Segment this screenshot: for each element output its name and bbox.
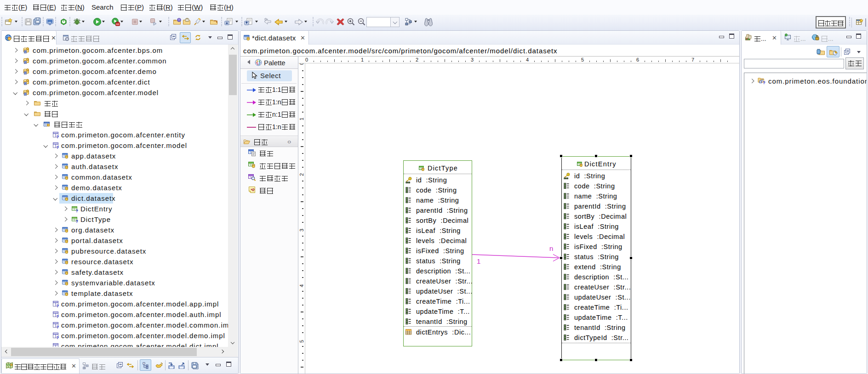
svg-text:1: 1 <box>477 257 480 265</box>
svg-text:n: n <box>549 244 553 252</box>
svg-text:?: ? <box>763 80 765 85</box>
